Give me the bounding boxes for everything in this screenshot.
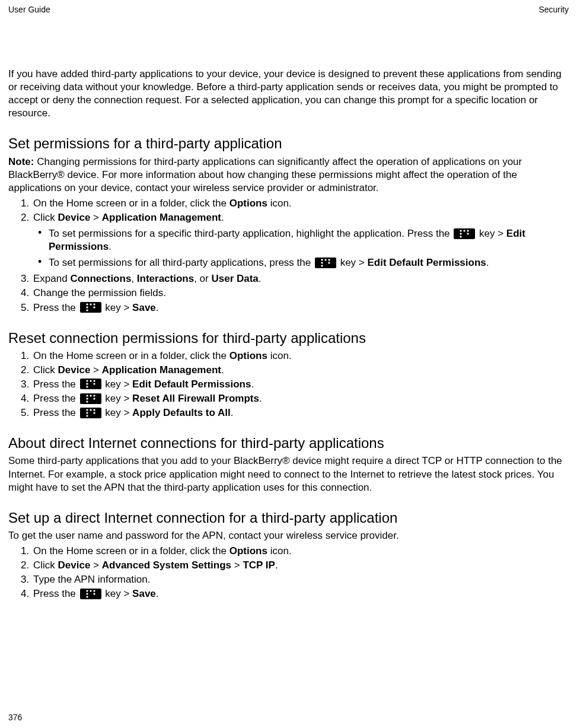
step-text: .	[275, 559, 278, 571]
step-text: .	[231, 407, 234, 418]
step-text: .	[259, 273, 262, 284]
list-item: Expand Connections, Interactions, or Use…	[32, 272, 569, 285]
step-text: .	[156, 302, 159, 313]
section-title-about-direct: About direct Internet connections for th…	[8, 434, 569, 452]
sub-bullets: To set permissions for a specific third-…	[33, 227, 569, 269]
list-item: Change the permission fields.	[32, 287, 569, 300]
list-item: On the Home screen or in a folder, click…	[32, 349, 569, 363]
section-title-setup-direct: Set up a direct Internet connection for …	[8, 508, 569, 527]
bold-text: Save	[132, 588, 156, 599]
step-text: icon.	[267, 350, 292, 361]
blackberry-menu-key-icon	[454, 228, 475, 239]
bold-text: Device	[58, 559, 91, 571]
step-text: ,	[131, 273, 136, 284]
note-label: Note:	[8, 156, 34, 167]
bold-text: TCP IP	[243, 559, 275, 571]
bold-text: Reset All Firewall Prompts	[132, 393, 259, 404]
blackberry-menu-key-icon	[80, 393, 101, 404]
section3-text: Some third-party applications that you a…	[8, 454, 569, 494]
header-right: Security	[538, 5, 569, 14]
step-text: >	[90, 212, 101, 223]
section-title-reset-permissions: Reset connection permissions for third-p…	[8, 329, 569, 347]
note-paragraph: Note: Changing permissions for third-par…	[8, 155, 569, 195]
page-header: User Guide Security	[8, 5, 569, 14]
list-item: Press the key > Save.	[32, 587, 569, 600]
bold-text: Application Management	[102, 364, 221, 376]
step-text: , or	[194, 273, 211, 284]
step-text: key >	[103, 302, 133, 313]
blackberry-menu-key-icon	[80, 302, 101, 313]
step-text: .	[109, 241, 111, 252]
blackberry-menu-key-icon	[80, 408, 101, 418]
bold-text: Edit Default Permissions	[132, 379, 251, 390]
step-text: .	[251, 379, 254, 390]
bold-text: Interactions	[137, 273, 194, 284]
list-item: Press the key > Edit Default Permissions…	[32, 378, 569, 391]
bold-text: Options	[229, 198, 267, 209]
list-item: Click Device > Advanced System Settings …	[32, 559, 569, 572]
step-text: Press the	[33, 379, 79, 390]
step-text: On the Home screen or in a folder, click…	[33, 198, 229, 209]
list-item: Press the key > Apply Defaults to All.	[32, 406, 569, 419]
step-text: key >	[103, 379, 133, 390]
step-text: Expand	[33, 273, 70, 284]
blackberry-menu-key-icon	[80, 589, 101, 599]
note-text: Changing permissions for third-party app…	[8, 156, 522, 193]
step-text: Click	[33, 364, 58, 376]
step-text: Press the	[33, 393, 79, 404]
section-title-set-permissions: Set permissions for a third-party applic…	[8, 134, 569, 152]
step-text: key >	[476, 228, 506, 239]
bold-text: Application Management	[102, 212, 221, 223]
step-text: .	[221, 212, 224, 223]
bold-text: Apply Defaults to All	[132, 407, 231, 418]
list-item: To set permissions for all third-party a…	[49, 256, 569, 269]
bold-text: User Data	[211, 273, 258, 284]
step-text: icon.	[267, 198, 292, 209]
bold-text: Options	[229, 350, 267, 361]
list-item: Click Device > Application Management. T…	[32, 211, 569, 269]
step-text: .	[486, 257, 489, 268]
intro-paragraph: If you have added third-party applicatio…	[8, 68, 569, 120]
step-text: Click	[33, 212, 58, 223]
list-item: On the Home screen or in a folder, click…	[32, 545, 569, 558]
steps-list-1: On the Home screen or in a folder, click…	[8, 197, 569, 314]
section4-intro: To get the user name and password for th…	[8, 529, 569, 542]
step-text: >	[231, 559, 243, 571]
bold-text: Options	[229, 545, 267, 557]
bold-text: Device	[58, 212, 91, 223]
blackberry-menu-key-icon	[315, 257, 336, 268]
step-text: icon.	[267, 545, 292, 557]
list-item: Type the APN information.	[32, 573, 569, 586]
step-text: Press the	[33, 302, 79, 313]
header-left: User Guide	[8, 5, 50, 14]
step-text: key >	[103, 393, 133, 404]
step-text: >	[90, 364, 101, 376]
step-text: .	[156, 588, 159, 599]
bold-text: Save	[132, 302, 156, 313]
list-item: Click Device > Application Management.	[32, 364, 569, 377]
step-text: On the Home screen or in a folder, click…	[33, 545, 229, 557]
step-text: key >	[337, 257, 368, 268]
steps-list-2: On the Home screen or in a folder, click…	[8, 349, 569, 419]
steps-list-4: On the Home screen or in a folder, click…	[8, 545, 569, 600]
step-text: >	[90, 559, 101, 571]
step-text: Press the	[33, 588, 79, 599]
list-item: To set permissions for a specific third-…	[49, 227, 569, 253]
document-body: If you have added third-party applicatio…	[8, 68, 569, 600]
bold-text: Advanced System Settings	[102, 559, 231, 571]
bold-text: Edit Default Permissions	[367, 257, 486, 268]
step-text: Press the	[33, 407, 79, 418]
step-text: .	[259, 393, 262, 404]
bold-text: Device	[58, 364, 91, 376]
step-text: .	[221, 364, 224, 376]
step-text: key >	[103, 407, 133, 418]
step-text: To set permissions for a specific third-…	[49, 228, 452, 239]
step-text: key >	[103, 588, 133, 599]
list-item: Press the key > Save.	[32, 301, 569, 314]
list-item: On the Home screen or in a folder, click…	[32, 197, 569, 210]
bold-text: Connections	[70, 273, 131, 284]
step-text: To set permissions for all third-party a…	[49, 257, 314, 268]
blackberry-menu-key-icon	[80, 379, 101, 389]
step-text: On the Home screen or in a folder, click…	[33, 350, 229, 361]
step-text: Click	[33, 559, 58, 571]
